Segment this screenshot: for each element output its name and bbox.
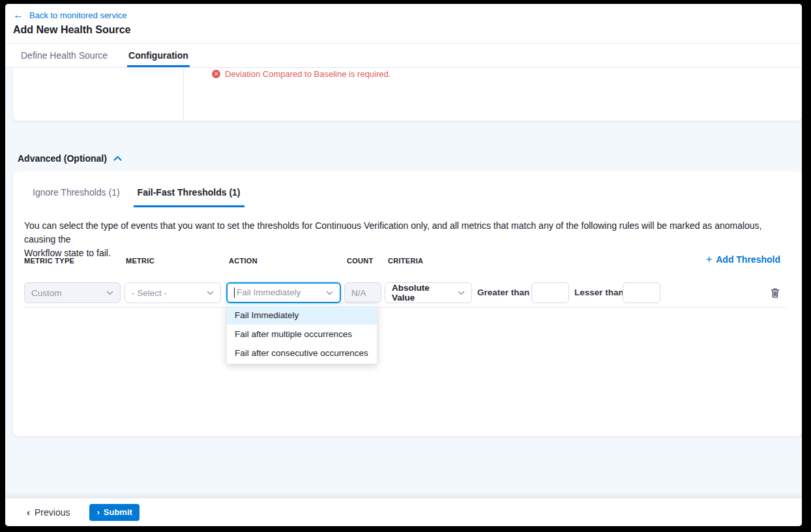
app-window: ← Back to monitored service Add New Heal… — [5, 4, 802, 526]
advanced-section-toggle[interactable]: Advanced (Optional) — [18, 153, 122, 164]
tab-ignore-thresholds[interactable]: Ignore Thresholds (1) — [29, 187, 124, 207]
dropdown-option-fail-after-multiple[interactable]: Fail after multiple occurrences — [227, 325, 377, 344]
action-dropdown-menu: Fail Immediately Fail after multiple occ… — [227, 304, 377, 364]
column-header-criteria: CRITERIA — [388, 257, 423, 265]
page-header: ← Back to monitored service Add New Heal… — [5, 4, 802, 43]
row-divider — [24, 307, 787, 308]
metric-form-card: ✕ Deviation Compared to Baseline is requ… — [13, 68, 802, 121]
threshold-row: Custom - Select - Fail Immediately — [24, 282, 787, 303]
criteria-value: Absolute Value — [392, 283, 454, 303]
add-threshold-label: Add Threshold — [716, 254, 780, 265]
panel-divider — [183, 68, 184, 121]
page-tabbar: Define Health Source Configuration — [5, 43, 802, 68]
previous-button[interactable]: ‹ Previous — [27, 507, 70, 518]
chevron-down-icon — [106, 291, 113, 295]
chevron-right-icon: › — [96, 507, 99, 517]
chevron-down-icon — [207, 291, 214, 295]
column-header-action: ACTION — [229, 257, 258, 265]
error-icon: ✕ — [212, 70, 220, 78]
error-message: Deviation Compared to Baseline is requir… — [225, 69, 391, 79]
dropdown-option-fail-immediately[interactable]: Fail Immediately — [227, 306, 377, 325]
metric-select[interactable]: - Select - — [125, 282, 221, 303]
column-header-metric-type: METRIC TYPE — [24, 257, 74, 265]
metric-type-value: Custom — [31, 288, 62, 298]
action-value: Fail Immediately — [234, 288, 301, 298]
dropdown-option-fail-after-consecutive[interactable]: Fail after consecutive occurrences — [227, 344, 377, 362]
lesser-than-label: Lesser than — [574, 288, 624, 297]
metric-type-select: Custom — [24, 282, 121, 303]
chevron-left-icon: ‹ — [27, 507, 30, 518]
chevron-down-icon — [458, 291, 465, 295]
description-line-1: You can select the type of events that y… — [24, 219, 787, 246]
column-header-count: COUNT — [347, 257, 374, 265]
criteria-select[interactable]: Absolute Value — [385, 282, 472, 303]
add-threshold-button[interactable]: + Add Threshold — [706, 254, 780, 265]
greater-than-input[interactable] — [531, 282, 569, 303]
lesser-than-input[interactable] — [623, 282, 660, 303]
content-area: ✕ Deviation Compared to Baseline is requ… — [5, 68, 802, 497]
threshold-tabbar: Ignore Thresholds (1) Fail-Fast Threshol… — [29, 187, 244, 207]
metric-placeholder: - Select - — [132, 288, 167, 298]
tab-define-health-source[interactable]: Define Health Source — [20, 44, 109, 67]
thresholds-card: Ignore Thresholds (1) Fail-Fast Threshol… — [13, 171, 802, 436]
back-arrow-icon: ← — [13, 10, 23, 20]
validation-error: ✕ Deviation Compared to Baseline is requ… — [212, 69, 391, 79]
back-link[interactable]: ← Back to monitored service — [13, 10, 127, 20]
count-input: N/A — [344, 282, 381, 303]
back-link-label: Back to monitored service — [29, 10, 127, 20]
plus-icon: + — [706, 254, 712, 265]
footer-bar: ‹ Previous › Submit — [5, 497, 802, 526]
submit-label: Submit — [104, 507, 132, 517]
chevron-up-icon — [113, 156, 122, 161]
delete-threshold-button[interactable] — [769, 287, 781, 299]
text-cursor — [234, 288, 235, 298]
tab-fail-fast-thresholds[interactable]: Fail-Fast Thresholds (1) — [134, 187, 244, 207]
greater-than-label: Greater than — [477, 288, 529, 297]
tab-configuration[interactable]: Configuration — [127, 44, 190, 67]
trash-icon — [769, 287, 781, 299]
previous-label: Previous — [35, 507, 70, 518]
column-header-metric: METRIC — [126, 257, 155, 265]
chevron-down-icon — [326, 291, 333, 295]
thresholds-description: You can select the type of events that y… — [24, 219, 787, 260]
action-select[interactable]: Fail Immediately — [226, 282, 341, 303]
page-title: Add New Health Source — [13, 24, 130, 36]
submit-button[interactable]: › Submit — [89, 504, 139, 521]
advanced-section-label: Advanced (Optional) — [18, 153, 107, 164]
